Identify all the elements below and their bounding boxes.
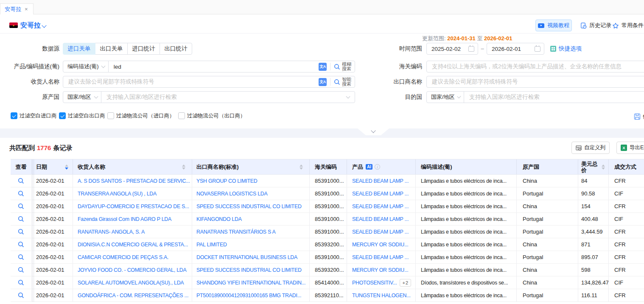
view-detail-button[interactable] xyxy=(11,175,32,187)
excel-icon: X xyxy=(621,145,627,151)
col-desc: 编码描述(葡) xyxy=(416,159,517,174)
hs-code-input[interactable]: 支持4位以上海关编码，或2位海关编码加上产品描述、企业名称的任意信息 xyxy=(426,61,644,73)
translate-icon[interactable]: 文A xyxy=(319,78,327,86)
exporter-link[interactable]: SPEED SUCCESS INDUSTRIAL CO LIMITED xyxy=(192,200,310,212)
view-detail-button[interactable] xyxy=(11,213,32,225)
quick-options-button[interactable]: 快捷选项 xyxy=(550,43,582,55)
product-input[interactable]: led xyxy=(109,64,319,70)
sort-icons[interactable] xyxy=(300,165,303,170)
view-detail-button[interactable] xyxy=(11,187,32,200)
date-from-input[interactable]: 2025-02-02 xyxy=(426,43,478,55)
exporter-link[interactable]: PT50018900004120931000165 BMG TRADI... xyxy=(192,289,310,301)
info-icon[interactable]: i xyxy=(375,164,380,170)
tab-export-statistics[interactable]: 出口统计 xyxy=(160,43,192,55)
consignee-link[interactable]: CAMICAR COMERCIO DE PEÇAS S.A. xyxy=(73,251,192,263)
sort-icons[interactable] xyxy=(182,165,185,170)
favorites-button[interactable]: 常用条件 xyxy=(612,20,644,31)
date-to-input[interactable]: 2026-02-01 xyxy=(487,43,544,55)
checkbox-checked-icon[interactable] xyxy=(59,112,66,119)
origin-type-select[interactable]: 国家/地区 xyxy=(63,92,101,103)
filter-logistics-exporter-checkbox[interactable]: 过滤物流公司（出口商） xyxy=(178,112,246,120)
history-button[interactable]: 历史记录 xyxy=(580,20,611,31)
consignee-link[interactable]: TRANSERRA ANGOLA (SU) , LDA xyxy=(73,187,192,200)
quick-options-icon xyxy=(550,46,556,52)
consignee-link[interactable]: GONDOÁFRICA - COM. REPRESENTAÇÕES ... xyxy=(73,289,192,301)
checkbox-unchecked-icon[interactable] xyxy=(107,112,114,119)
view-detail-button[interactable] xyxy=(11,226,32,238)
fuzzy-search-button[interactable]: 模糊搜索 xyxy=(334,62,355,72)
product-field-select-value: 编码描述(葡) xyxy=(67,63,99,70)
origin-type-value: 国家/地区 xyxy=(67,93,91,101)
customize-columns-icon xyxy=(576,145,582,151)
view-detail-button[interactable] xyxy=(11,276,32,289)
consignee-link[interactable]: JOYVIO FOOD CO. - COMERCIO GERAL, LDA xyxy=(73,264,192,276)
origin-placeholder[interactable]: 支持输入国家/地区进行检索 xyxy=(101,93,347,101)
product-link[interactable]: SEALED BEAM LAMP ... xyxy=(347,175,416,187)
consignee-link[interactable]: A. S DOS SANTOS - PRESTACAO DE SERVIC... xyxy=(73,175,192,187)
product-link[interactable]: SEALED BEAM LAMP ... xyxy=(347,251,416,263)
sort-icons[interactable] xyxy=(65,165,68,170)
product-more-badge[interactable]: +2 xyxy=(400,279,411,287)
table-row: 2026-02-01GONDOÁFRICA - COM. REPRESENTAÇ… xyxy=(11,289,644,302)
exporter-link[interactable]: KIFANGONDO LDA xyxy=(192,213,310,225)
product-link[interactable]: MERCURY OR SODIU... xyxy=(347,264,416,276)
exporter-link[interactable]: PAL LIMITED xyxy=(192,238,310,251)
customize-columns-button[interactable]: 自定义列 xyxy=(571,142,610,154)
col-date[interactable]: 日期 xyxy=(32,159,73,174)
exporter-link[interactable]: NOVASERRA LOGISTICS LDA xyxy=(192,187,310,200)
view-detail-button[interactable] xyxy=(11,238,32,251)
tab-export-declaration[interactable]: 出口关单 xyxy=(95,43,128,55)
col-exporter[interactable]: 出口商名称(标准) xyxy=(192,159,310,174)
col-consignee[interactable]: 收货人名称 xyxy=(73,159,192,174)
checkbox-checked-icon[interactable] xyxy=(11,112,17,119)
product-link[interactable]: SEALED BEAM LAMP ... xyxy=(347,213,416,225)
desc-cell: Lâmpadas e tubos eléctricos de inca... xyxy=(416,200,517,212)
sort-icons[interactable] xyxy=(602,165,605,170)
filter-blank-importer-checkbox[interactable]: 过滤空白进口商 xyxy=(11,112,57,120)
tab-import-statistics[interactable]: 进口统计 xyxy=(127,43,160,55)
consignee-link[interactable]: SOLAREAL AUTOMOVEL ANGOLA(SU)., LDA xyxy=(73,276,192,289)
view-search-icon xyxy=(18,254,24,260)
product-link[interactable]: SEALED BEAM LAMP ... xyxy=(347,200,416,212)
product-link[interactable]: MERCURY OR SODIU... xyxy=(347,238,416,251)
checkbox-unchecked-icon[interactable] xyxy=(178,112,185,119)
product-link[interactable]: PHOTOSENSITIV...+2 xyxy=(347,276,416,289)
tab-import-declaration[interactable]: 进口关单 xyxy=(63,43,95,55)
exporter-link[interactable]: DOCKET INTERNATIONAL BUSINESS LDA xyxy=(192,251,310,263)
header-buttons: 视频教程 历史记录 常用条件 xyxy=(0,20,644,31)
view-detail-button[interactable] xyxy=(11,289,32,301)
product-link[interactable]: TUNGSTEN HALOGEN... xyxy=(347,289,416,301)
product-field-select[interactable]: 编码描述(葡) xyxy=(63,61,109,72)
consignee-link[interactable]: RANATRANS- ANGOLA, S. A xyxy=(73,226,192,238)
col-usd-value[interactable]: 美元总价 xyxy=(578,159,609,174)
filter-logistics-importer-checkbox[interactable]: 过滤物流公司（进口商） xyxy=(107,112,175,120)
consignee-link[interactable]: DAYDAYUP-COMERCIO E PRESTACAO DE S... xyxy=(73,200,192,212)
exporter-link[interactable]: SHANDONG YIFEI INTERNATIONAL TRADIN... xyxy=(192,276,310,289)
export-excel-button[interactable]: X 导出Excel xyxy=(616,142,644,154)
video-tutorial-button[interactable]: 视频教程 xyxy=(535,20,572,31)
exporter-link[interactable]: RANATRANS TRANSITÁRIOS S A xyxy=(192,226,310,238)
smart-search-button[interactable]: 智能搜索 xyxy=(334,77,355,87)
dest-type-select[interactable]: 国家/地区 xyxy=(427,92,464,103)
product-link[interactable]: SEALED BEAM LAMP ... xyxy=(347,226,416,238)
product-link[interactable]: SEALED BEAM LAMP ... xyxy=(347,187,416,200)
exporter-input[interactable]: 建议去除公司尾部字符或特殊符号 xyxy=(426,76,644,88)
filter-blank-exporter-checkbox[interactable]: 过滤空白出口商 xyxy=(59,112,105,120)
consignee-link[interactable]: DIONISIA.C.N COMERCIO GERAL & PRESTA... xyxy=(73,238,192,251)
view-detail-button[interactable] xyxy=(11,200,32,212)
checkbox-label: 过滤物流公司（进口商） xyxy=(116,112,175,120)
view-detail-button[interactable] xyxy=(11,264,32,276)
save-condition-button[interactable]: 保存条件 xyxy=(634,113,644,120)
origin-label: 原产国 xyxy=(0,91,59,103)
view-detail-button[interactable] xyxy=(11,251,32,263)
consignee-placeholder[interactable]: 建议去除公司尾部字符或特殊符号 xyxy=(63,78,319,86)
exporter-link[interactable]: SPEED SUCCESS INDUSTRIAL CO LIMITED xyxy=(192,264,310,276)
time-range-label: 时间范围 xyxy=(356,43,422,55)
dest-placeholder[interactable]: 支持输入国家/地区进行检索 xyxy=(464,93,644,101)
col-origin: 原产国 xyxy=(517,159,578,174)
exporter-link[interactable]: YSH GROUP CO LIMITED xyxy=(192,175,310,187)
consignee-link[interactable]: Fazenda Girassol Com IND AGRO P LDA xyxy=(73,213,192,225)
tab-close-icon[interactable]: × xyxy=(25,6,28,12)
tab-angola[interactable]: 安哥拉 × xyxy=(0,3,34,14)
translate-icon[interactable]: 文A xyxy=(319,63,327,71)
